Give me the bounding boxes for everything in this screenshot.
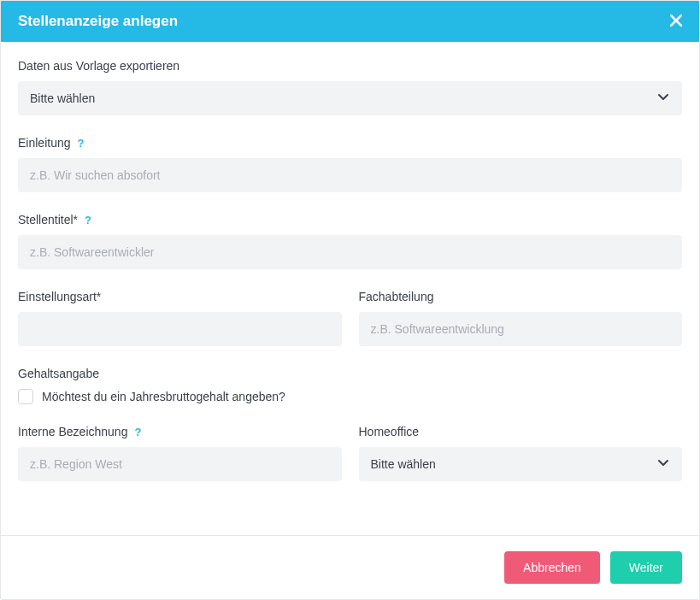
help-icon[interactable]: ? (78, 137, 85, 150)
internal-input[interactable] (18, 447, 342, 481)
salary-group: Gehaltsangabe Möchtest du ein Jahresbrut… (18, 367, 682, 404)
homeoffice-select[interactable]: Bitte wählen (359, 447, 683, 481)
modal-create-job-posting: Stellenanzeige anlegen Daten aus Vorlage… (0, 0, 700, 600)
department-input[interactable] (359, 312, 683, 346)
department-label: Fachabteilung (359, 290, 683, 303)
salary-checkbox-label: Möchtest du ein Jahresbruttogehalt angeb… (42, 390, 285, 403)
template-select[interactable]: Bitte wählen (18, 81, 682, 115)
employment-department-row: Einstellungsart* Fachabteilung (18, 290, 682, 367)
jobtitle-label-row: Stellentitel* ? (18, 213, 682, 226)
homeoffice-label: Homeoffice (359, 425, 683, 438)
intro-label: Einleitung (18, 136, 71, 150)
template-label: Daten aus Vorlage exportieren (18, 59, 682, 73)
homeoffice-group: Homeoffice Bitte wählen (359, 425, 683, 481)
next-button[interactable]: Weiter (610, 551, 682, 584)
internal-group: Interne Bezeichnung ? (18, 425, 342, 481)
salary-checkbox-row: Möchtest du ein Jahresbruttogehalt angeb… (18, 389, 682, 404)
employment-group: Einstellungsart* (18, 290, 342, 346)
internal-label: Interne Bezeichnung (18, 425, 127, 438)
homeoffice-select-wrapper: Bitte wählen (359, 447, 683, 481)
internal-homeoffice-row: Interne Bezeichnung ? Homeoffice Bitte w… (18, 425, 682, 502)
modal-header: Stellenanzeige anlegen (1, 1, 699, 42)
modal-body: Daten aus Vorlage exportieren Bitte wähl… (1, 42, 699, 535)
jobtitle-group: Stellentitel* ? (18, 213, 682, 269)
close-button[interactable] (670, 15, 682, 29)
intro-label-row: Einleitung ? (18, 136, 682, 150)
employment-input[interactable] (18, 312, 342, 346)
intro-group: Einleitung ? (18, 136, 682, 192)
salary-label: Gehaltsangabe (18, 367, 682, 380)
department-group: Fachabteilung (359, 290, 683, 346)
intro-input[interactable] (18, 158, 682, 192)
salary-checkbox[interactable] (18, 389, 33, 404)
modal-title: Stellenanzeige anlegen (18, 13, 178, 30)
modal-footer: Abbrechen Weiter (1, 535, 699, 599)
jobtitle-input[interactable] (18, 235, 682, 269)
help-icon[interactable]: ? (85, 214, 91, 226)
template-select-wrapper: Bitte wählen (18, 81, 682, 115)
template-group: Daten aus Vorlage exportieren Bitte wähl… (18, 59, 682, 115)
employment-label: Einstellungsart* (18, 290, 342, 303)
close-icon (670, 15, 682, 29)
jobtitle-label: Stellentitel* (18, 213, 78, 226)
internal-label-row: Interne Bezeichnung ? (18, 425, 342, 438)
cancel-button[interactable]: Abbrechen (504, 551, 600, 584)
help-icon[interactable]: ? (134, 426, 141, 438)
